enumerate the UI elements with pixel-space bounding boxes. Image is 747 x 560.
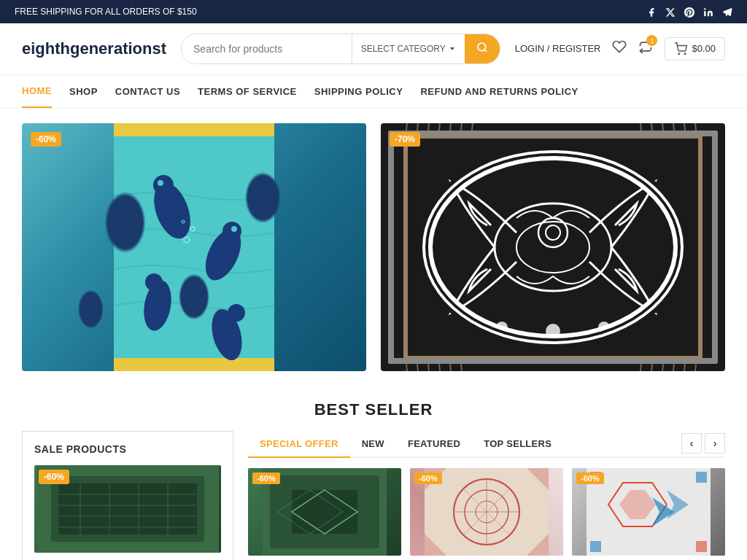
product-card-3[interactable]: -60% [572, 468, 725, 556]
category-label: SELECT CATEGORY [361, 44, 446, 54]
tab-featured[interactable]: FEATURED [396, 431, 472, 456]
product-card-1[interactable]: -60% [248, 468, 401, 556]
hero-product-2[interactable]: -70% [381, 123, 725, 371]
x-twitter-icon[interactable] [665, 6, 676, 18]
blanket-art [381, 123, 725, 371]
otter-art [22, 123, 366, 371]
product-badge-3: -60% [576, 472, 604, 484]
logo[interactable]: eighthgenerationst [22, 39, 166, 58]
product-badge-2: -60% [414, 472, 442, 484]
svg-point-15 [145, 273, 163, 291]
heart-icon [612, 39, 627, 54]
discount-badge-2: -70% [390, 132, 420, 147]
hero-image-1 [22, 123, 366, 371]
svg-point-9 [153, 175, 174, 195]
svg-point-54 [598, 322, 610, 333]
header-actions: LOGIN / REGISTER 1 $0.00 [515, 37, 725, 61]
svg-point-49 [516, 222, 589, 273]
svg-point-18 [184, 237, 190, 243]
svg-rect-47 [406, 136, 700, 358]
offers-tabs: SPECIAL OFFER NEW FEATURED TOP SELLERS ‹… [248, 431, 725, 458]
nav-item-terms[interactable]: TERMS OF SERVICE [198, 76, 297, 107]
product-grid: -60% -60% [248, 468, 725, 556]
svg-point-48 [495, 203, 611, 291]
search-input[interactable] [182, 34, 352, 63]
svg-point-12 [222, 222, 241, 241]
shipping-notice: FREE SHIPPING FOR ALL ORDERS OF $150 [15, 7, 197, 17]
best-seller-title: BEST SELLER [0, 386, 747, 431]
svg-point-52 [496, 322, 508, 333]
svg-rect-7 [114, 358, 274, 371]
svg-point-8 [147, 177, 198, 243]
sale-panel: SALE PRODUCTS -60% [22, 431, 233, 560]
sale-discount-badge: -60% [39, 470, 69, 484]
product-image-2: -60% [410, 468, 563, 556]
svg-point-1 [478, 43, 486, 51]
top-bar: FREE SHIPPING FOR ALL ORDERS OF $150 [0, 0, 747, 23]
svg-point-19 [190, 227, 195, 231]
product-badge-1: -60% [252, 472, 280, 484]
svg-point-17 [228, 304, 245, 322]
search-icon [476, 42, 488, 53]
svg-rect-6 [114, 123, 274, 136]
svg-line-2 [484, 50, 487, 52]
next-button[interactable]: › [705, 433, 725, 454]
product-image-3: -60% [572, 468, 725, 556]
svg-point-53 [546, 324, 560, 338]
hero-product-1[interactable]: -60% [22, 123, 366, 371]
nav-item-shop[interactable]: SHOP [69, 76, 98, 107]
svg-point-10 [158, 180, 163, 186]
cart-button[interactable]: $0.00 [665, 37, 725, 61]
sale-product-image[interactable]: -60% [34, 465, 221, 553]
tab-special-offer[interactable]: SPECIAL OFFER [248, 431, 350, 458]
svg-point-50 [538, 218, 568, 247]
tab-navigation: ‹ › [681, 433, 725, 454]
login-register-link[interactable]: LOGIN / REGISTER [515, 43, 601, 54]
main-nav: HOME SHOP CONTACT US TERMS OF SERVICE SH… [0, 75, 747, 109]
bottom-section: SALE PRODUCTS -60% [0, 431, 747, 560]
svg-rect-85 [696, 472, 707, 483]
pinterest-icon[interactable] [684, 6, 694, 18]
nav-item-shipping[interactable]: SHIPPING POLICY [314, 76, 403, 107]
cart-icon [674, 42, 687, 55]
svg-point-11 [198, 223, 248, 286]
svg-rect-68 [292, 490, 357, 534]
nav-item-refund[interactable]: REFUND AND RETURNS POLICY [420, 76, 578, 107]
offers-panel: SPECIAL OFFER NEW FEATURED TOP SELLERS ‹… [233, 431, 725, 560]
wishlist-icon-container[interactable] [612, 39, 627, 58]
telegram-icon[interactable] [722, 6, 732, 18]
svg-rect-87 [696, 541, 707, 552]
svg-rect-21 [392, 123, 713, 371]
search-button[interactable] [465, 34, 500, 63]
svg-rect-5 [114, 123, 274, 371]
search-bar: SELECT CATEGORY [181, 34, 500, 64]
compare-badge: 1 [646, 35, 657, 46]
cart-price: $0.00 [692, 43, 716, 54]
svg-point-14 [140, 278, 175, 332]
prev-button[interactable]: ‹ [681, 433, 702, 454]
category-dropdown[interactable]: SELECT CATEGORY [352, 34, 465, 63]
svg-point-4 [685, 53, 686, 55]
tab-top-sellers[interactable]: TOP SELLERS [472, 431, 563, 456]
linkedin-icon[interactable] [703, 6, 713, 18]
product-image-1: -60% [248, 468, 401, 556]
nav-item-contact[interactable]: CONTACT US [115, 76, 180, 107]
tab-new[interactable]: NEW [350, 431, 396, 456]
svg-point-0 [704, 8, 705, 9]
hero-section: -60% [0, 109, 747, 386]
chevron-down-icon [449, 45, 456, 52]
discount-badge-1: -60% [31, 132, 61, 147]
social-links [646, 6, 732, 18]
svg-point-3 [678, 53, 680, 55]
svg-point-16 [206, 306, 247, 363]
svg-rect-86 [590, 541, 601, 552]
sale-panel-title: SALE PRODUCTS [34, 443, 221, 455]
hero-image-2 [381, 123, 725, 371]
product-card-2[interactable]: -60% [410, 468, 563, 556]
nav-item-home[interactable]: HOME [22, 75, 52, 108]
compare-icon-container[interactable]: 1 [638, 39, 653, 58]
facebook-icon[interactable] [646, 6, 657, 18]
svg-point-51 [546, 225, 560, 240]
svg-point-13 [231, 226, 237, 232]
svg-point-20 [182, 220, 185, 223]
